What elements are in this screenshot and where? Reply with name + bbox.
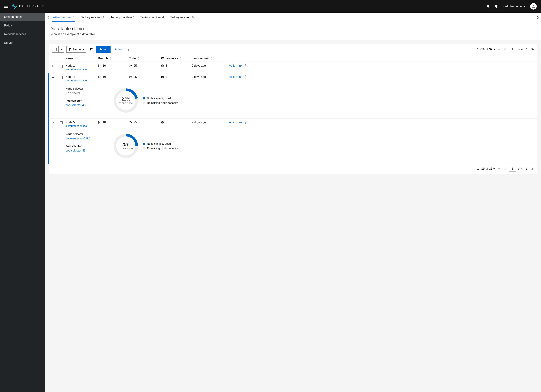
row-action-link[interactable]: Action link: [229, 121, 242, 124]
sort-arrows-icon: [138, 57, 139, 60]
tertiary-item-2[interactable]: Tertiary nav item 2: [81, 13, 105, 22]
legend-label: Node capacity used: [147, 142, 171, 145]
node-selector-label: Node selector: [65, 132, 102, 135]
donut-sublabel: of one Node: [119, 147, 133, 150]
caret-down-icon: [60, 49, 62, 51]
pagination-prev[interactable]: [503, 47, 507, 51]
row-kebab[interactable]: [242, 64, 250, 67]
node-selector-link[interactable]: node-selector-3.5.6: [65, 137, 102, 140]
row-kebab[interactable]: [242, 75, 250, 79]
tertiary-item-1[interactable]: ertiary nav item 1: [52, 13, 75, 22]
cell-workspaces: 5: [161, 121, 192, 124]
toolbar-kebab[interactable]: [127, 48, 131, 51]
th-label: Code: [129, 57, 136, 60]
workspaces-value: 5: [166, 64, 167, 67]
row-kebab[interactable]: [242, 121, 250, 124]
th-last-commit[interactable]: Last commit: [192, 57, 222, 60]
donut-percent: 22%: [122, 97, 130, 102]
bell-icon[interactable]: [487, 5, 490, 8]
brand-text: PATTERNFLY: [19, 5, 44, 8]
row-action-link[interactable]: Action link: [229, 64, 242, 67]
branch-icon: [98, 64, 101, 67]
action-link-button[interactable]: Action: [113, 48, 124, 51]
workspaces-value: 5: [166, 75, 167, 79]
workspaces-value: 5: [166, 121, 167, 124]
brand[interactable]: PATTERNFLY: [11, 3, 44, 9]
row-checkbox[interactable]: [60, 122, 62, 124]
th-workspaces[interactable]: Workspaces: [161, 57, 192, 60]
gear-icon[interactable]: [494, 5, 498, 8]
row-toggle[interactable]: [52, 64, 60, 68]
row-toggle[interactable]: [52, 75, 60, 79]
kebab-icon: [242, 75, 250, 79]
branch-value: 10: [103, 75, 106, 79]
svg-point-9: [98, 121, 99, 122]
pagination-last[interactable]: [531, 167, 534, 171]
pod-selector-link[interactable]: pod-selector-48: [65, 104, 102, 107]
hamburger-menu-icon[interactable]: [4, 5, 8, 8]
row-toggle[interactable]: [52, 121, 60, 125]
pod-selector-label: Pod selector: [65, 144, 102, 148]
th-branch[interactable]: Branch: [98, 57, 129, 60]
cube-icon: [161, 64, 164, 67]
legend-label: Node capacity used: [147, 97, 171, 100]
row-checkbox[interactable]: [60, 76, 62, 79]
tertiary-item-3[interactable]: Tertiary nav item 3: [110, 13, 135, 22]
code-icon: [129, 64, 132, 67]
svg-point-1: [98, 65, 99, 65]
row-subspace-link[interactable]: siemur/test-space: [65, 79, 98, 82]
sidebar-item-server[interactable]: Server: [0, 39, 45, 47]
pagination-prev[interactable]: [503, 167, 507, 171]
sidebar-item-network-services[interactable]: Network services: [0, 30, 45, 39]
avatar[interactable]: [530, 3, 537, 10]
th-name[interactable]: Name: [65, 57, 98, 60]
user-menu[interactable]: Ned Username: [502, 5, 525, 8]
sidebar-item-system-panel[interactable]: System panel: [0, 13, 45, 21]
legend-swatch-icon: [143, 102, 145, 104]
pagination-first[interactable]: [497, 167, 501, 171]
action-primary-button[interactable]: Action: [96, 46, 110, 53]
pagination-page-input[interactable]: [509, 47, 516, 52]
pagination-range-toggle[interactable]: 1 - 10 of 37: [477, 167, 495, 170]
angle-double-left-icon: [498, 168, 500, 170]
tertiary-scroll-right[interactable]: [535, 16, 541, 19]
bulk-select: [52, 46, 64, 53]
username-label: Ned Username: [502, 5, 522, 8]
th-label: Branch: [98, 57, 108, 60]
row-subspace-link[interactable]: siemur/test-space: [65, 124, 98, 127]
code-value: 25: [134, 121, 137, 124]
sort-button[interactable]: [88, 48, 94, 51]
pagination-range-toggle[interactable]: 1 - 10 of 37: [477, 48, 495, 51]
pagination-next[interactable]: [525, 167, 529, 171]
pagination-first[interactable]: [497, 47, 501, 51]
branch-value: 10: [103, 64, 106, 67]
brand-logo-icon: [11, 3, 17, 9]
row-action-link[interactable]: Action link: [229, 75, 242, 78]
pagination-next[interactable]: [525, 47, 529, 51]
row-checkbox[interactable]: [60, 65, 62, 68]
th-label: Name: [65, 57, 73, 60]
pagination-page-input[interactable]: [509, 166, 516, 172]
pod-selector-link[interactable]: pod-selector-48: [65, 149, 102, 152]
cell-last-commit: 2 days ago: [192, 64, 222, 67]
node-selector-label: Node selector: [65, 87, 102, 90]
sidebar: System panel Policy Network services Ser…: [0, 13, 45, 392]
bulk-select-toggle[interactable]: [58, 46, 64, 53]
bulk-select-checkbox[interactable]: [52, 46, 58, 53]
th-code[interactable]: Code: [129, 57, 161, 60]
tertiary-scroll-left[interactable]: [45, 16, 52, 19]
tertiary-item-4[interactable]: Tertiary nav item 4: [140, 13, 164, 22]
sidebar-item-policy[interactable]: Policy: [0, 21, 45, 30]
chevron-right-icon: [52, 65, 54, 67]
code-value: 25: [134, 75, 137, 79]
pagination-last[interactable]: [531, 47, 534, 51]
row-subspace-link[interactable]: siemur/test-space: [65, 68, 98, 71]
row-expanded-content: Node selector node-selector-3.5.6 Pod se…: [49, 130, 537, 164]
tertiary-item-5[interactable]: Tertiary nav item 5: [170, 13, 194, 22]
filter-control[interactable]: Name: [66, 46, 86, 53]
tertiary-item-label: Tertiary nav item 2: [81, 16, 104, 19]
angle-right-icon: [526, 168, 528, 170]
kebab-icon: [242, 121, 250, 124]
cell-workspaces: 5: [161, 75, 192, 79]
selectors: Node selector node-selector-3.5.6 Pod se…: [65, 132, 102, 152]
